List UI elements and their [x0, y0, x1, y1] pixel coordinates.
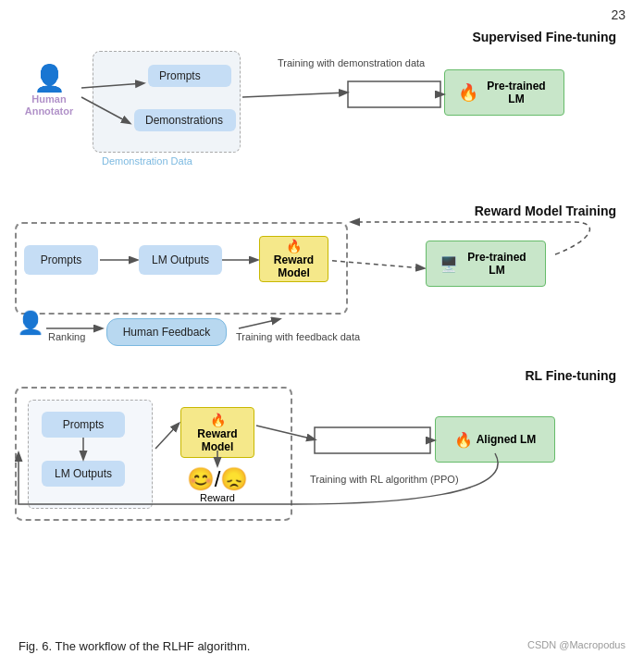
s3-training-label: Training with RL algorithm (PPO) [310, 474, 459, 485]
s2-reward-model-box: 🔥 Reward Model [259, 236, 328, 282]
s3-aligned-lm: 🔥 Aligned LM [435, 416, 555, 463]
s3-lm-outputs-box: LM Outputs [42, 461, 125, 487]
s3-reward-icon: 😊/😞 Reward [185, 466, 250, 503]
svg-line-8 [239, 319, 279, 328]
s2-ranking-label: Ranking [48, 331, 85, 342]
human-annotator: 👤 Human Annotator [17, 63, 81, 117]
s3-prompts-box: Prompts [42, 412, 125, 438]
svg-rect-14 [315, 427, 430, 453]
s2-pretrained-lm: 🖥️ Pre-trained LM [426, 241, 546, 287]
s2-person-icon: 👤 [17, 310, 44, 336]
section1-label: Supervised Fine-tuning [472, 30, 616, 44]
demo-data-label: Demonstration Data [102, 155, 192, 167]
svg-line-2 [242, 93, 347, 97]
s2-prompts-box: Prompts [24, 245, 98, 275]
s1-pretrained-lm: 🔥 Pre-trained LM [444, 69, 564, 116]
s3-reward-model-box: 🔥 Reward Model [180, 407, 254, 458]
watermark: CSDN @Macropodus [527, 639, 625, 650]
page-number: 23 [611, 7, 625, 22]
s2-training-label: Training with feedback data [236, 331, 360, 342]
figure-caption: Fig. 6. The workflow of the RLHF algorit… [19, 639, 250, 653]
s2-human-feedback-box: Human Feedback [106, 318, 227, 346]
s1-prompts-box: Prompts [148, 65, 231, 87]
svg-rect-3 [348, 81, 440, 107]
s1-training-label: Training with demonstration data [278, 57, 425, 68]
section3-label: RL Fine-tuning [526, 368, 617, 383]
section2-label: Reward Model Training [475, 204, 616, 218]
s1-demonstrations-box: Demonstrations [134, 109, 236, 131]
s2-lm-outputs-box: LM Outputs [139, 245, 222, 275]
